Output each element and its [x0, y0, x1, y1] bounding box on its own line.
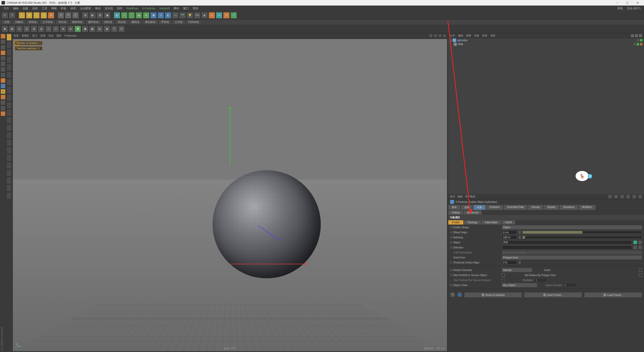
attr-menu-user[interactable]: 用户数据 — [465, 195, 475, 198]
view-nav-2[interactable] — [434, 34, 437, 37]
move-tool[interactable]: ✥ — [26, 12, 32, 19]
menu-创建[interactable]: 创建 — [21, 7, 30, 10]
y-axis-button[interactable]: Y — [65, 12, 71, 19]
object-clear-icon[interactable] — [638, 241, 642, 244]
tool-b11[interactable]: ⬢ — [74, 26, 81, 32]
redo-button[interactable]: ↷ — [9, 12, 15, 19]
view-nav-4[interactable] — [443, 34, 446, 37]
dock-b4[interactable] — [1, 50, 6, 55]
attr-tab-Questions[interactable]: Questions — [559, 205, 578, 210]
tool-b2[interactable]: ◐ — [9, 26, 15, 32]
tool-b1[interactable]: ◉ — [2, 26, 8, 32]
deformer-button[interactable]: ◐ — [165, 12, 171, 19]
viewmenu-ProRender[interactable]: ProRender — [64, 34, 76, 37]
dock-b2[interactable] — [1, 39, 6, 44]
tool-b5[interactable]: ⊛ — [31, 26, 37, 32]
dock-b15[interactable] — [1, 111, 6, 116]
dock-b6[interactable] — [1, 61, 6, 66]
domain-tab[interactable]: 声音域 — [158, 20, 172, 25]
objmgr-search-icon[interactable] — [631, 34, 634, 37]
spline-pen[interactable]: ✎ — [121, 12, 128, 19]
lp-b18[interactable] — [7, 162, 12, 169]
lp-b2[interactable] — [7, 41, 12, 48]
lp-b13[interactable] — [7, 124, 12, 131]
vis-editor-toggle[interactable] — [637, 39, 639, 41]
spline-arc[interactable]: ⌒ — [128, 12, 135, 19]
chain-dropdown[interactable]: Any Object — [502, 283, 537, 287]
dock-b13[interactable] — [1, 100, 6, 105]
attr-nav-fwd[interactable] — [614, 195, 618, 198]
objmgr-menu-文件[interactable]: 文件 — [450, 34, 455, 37]
tool-b9[interactable]: ⊕ — [60, 26, 66, 32]
lp-move[interactable] — [7, 34, 12, 41]
dock-b10[interactable] — [1, 83, 6, 89]
selection-clear-icon[interactable] — [638, 246, 642, 249]
select-tool[interactable]: ↖ — [19, 12, 25, 19]
dock-mode-button[interactable] — [1, 34, 6, 39]
tag-button[interactable]: ◈ — [201, 12, 208, 19]
radius-checkbox[interactable] — [639, 274, 642, 277]
attr-menu-edit[interactable]: 编辑 — [458, 195, 463, 198]
domain-tab[interactable]: 线性域 — [102, 20, 115, 25]
dock-b5[interactable] — [1, 56, 6, 61]
light-button[interactable]: 💡 — [187, 12, 193, 19]
offset-slider[interactable] — [522, 231, 642, 234]
xp-button[interactable]: ✦ — [209, 12, 215, 19]
rotate-tool[interactable]: ⟳ — [41, 12, 47, 19]
retiming-slider[interactable] — [522, 236, 642, 239]
threshold-input[interactable]: 0 % — [502, 260, 517, 265]
menu-角色[interactable]: 角色 — [93, 7, 103, 10]
domain-tab[interactable]: 立方体域 — [40, 20, 55, 25]
menu-样条[interactable]: 样条 — [59, 7, 68, 10]
layout-dropdown[interactable]: 启动 (用户) — [625, 7, 642, 10]
menu-脚本[interactable]: 脚本 — [172, 7, 181, 10]
emitter-shape-dropdown[interactable]: Object — [502, 225, 642, 229]
menu-体积[interactable]: 体积 — [68, 7, 78, 10]
tool-b15[interactable]: ◉ — [104, 26, 110, 32]
domain-tab[interactable]: Python域 — [186, 20, 202, 25]
menu-文件[interactable]: 文件 — [2, 7, 11, 10]
objmgr-menu-编辑[interactable]: 编辑 — [458, 34, 463, 37]
tool-b16[interactable]: ✎ — [111, 26, 117, 32]
domain-tab[interactable]: 对象域 — [13, 20, 26, 25]
viewmenu-面板[interactable]: 面板 — [56, 34, 61, 37]
attr-tab-坐标[interactable]: 坐标 — [461, 205, 473, 210]
menu-流水线[interactable]: 流水线 — [103, 7, 115, 10]
selection-picker-icon[interactable] — [633, 246, 637, 249]
render-view-button[interactable]: ▶ — [89, 12, 96, 19]
load-preset-button[interactable]: Load Preset... — [584, 292, 642, 298]
tool-b10[interactable]: ⊗ — [67, 26, 74, 32]
dock-b8[interactable] — [1, 72, 6, 77]
sphere-object[interactable] — [213, 170, 321, 278]
objmgr-row-sphere[interactable]: 球体 ✓ — [448, 42, 644, 46]
lp-b16[interactable] — [7, 147, 12, 154]
lp-b9[interactable] — [7, 94, 12, 101]
attr-subtab-Falloff[interactable]: Falloff — [501, 220, 515, 225]
viewmenu-选项[interactable]: 选项 — [40, 34, 45, 37]
view-nav-1[interactable] — [429, 34, 433, 37]
objmgr-row-emitter[interactable]: ⊟ xpEmitter ✓ — [448, 38, 644, 42]
dock-b7[interactable] — [1, 67, 6, 72]
menu-RealFlow[interactable]: RealFlow — [125, 7, 140, 10]
menu-Redshift[interactable]: Redshift — [157, 7, 172, 10]
objmgr-menu-查看[interactable]: 查看 — [466, 34, 471, 37]
attr-nav-lock[interactable] — [632, 195, 636, 198]
lp-b3[interactable] — [7, 49, 12, 56]
tool-b13[interactable]: ◧ — [89, 26, 96, 32]
minimize-button[interactable]: ─ — [612, 0, 622, 6]
menu-X-Particles[interactable]: X-Particles — [140, 7, 157, 10]
tool-b6[interactable]: ◈ — [38, 26, 45, 32]
viewmenu-过滤[interactable]: 过滤 — [48, 34, 53, 37]
camera-button[interactable]: 📷 — [179, 12, 186, 19]
dock-b11[interactable]: S — [1, 89, 6, 94]
tool-b8[interactable]: ✦ — [53, 26, 59, 32]
extrude-button[interactable]: ▣ — [150, 12, 157, 19]
lp-b21[interactable] — [7, 185, 12, 192]
objmgr-filter-icon[interactable] — [635, 34, 638, 37]
domain-tab[interactable]: 脑机域 — [129, 20, 142, 25]
attr-tab-Emission[interactable]: Emission — [486, 205, 504, 210]
viewmenu-查看[interactable]: 查看 — [14, 34, 19, 37]
lp-b14[interactable] — [7, 132, 12, 139]
scale-tool[interactable]: ⤢ — [33, 12, 40, 19]
floor-button[interactable]: ▭ — [172, 12, 179, 19]
